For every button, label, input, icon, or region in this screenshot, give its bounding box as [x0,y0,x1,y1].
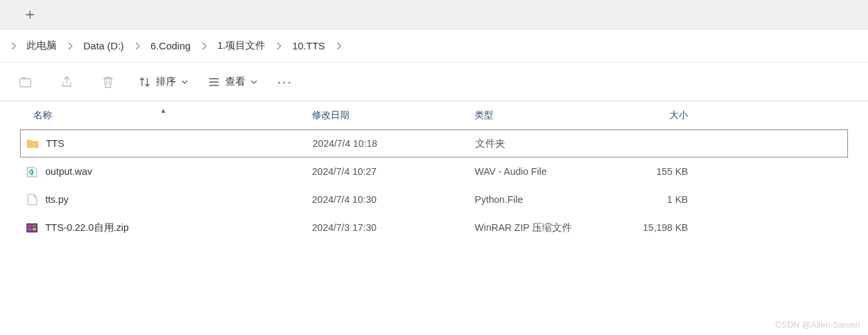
file-size: 155 KB [608,166,695,177]
rename-button[interactable] [15,71,36,93]
column-headers: 名称 ▲ 修改日期 类型 大小 [20,101,848,129]
file-name: output.wav [45,166,92,177]
chevron-right-icon [332,42,345,50]
chevron-right-icon [63,42,77,50]
sort-icon [139,76,151,88]
chevron-right-icon [131,42,144,50]
delete-button[interactable] [97,71,119,93]
file-row[interactable]: tts.py2024/7/4 10:30Python.File1 KB [20,186,848,214]
sort-button[interactable]: 排序 [139,75,188,88]
column-date[interactable]: 修改日期 [312,109,475,121]
breadcrumb-item[interactable]: 10.TTS [285,37,331,55]
view-icon [208,76,220,88]
chevron-right-icon[interactable] [7,42,20,50]
chevron-right-icon [272,42,285,50]
file-name: TTS-0.22.0自用.zip [45,222,129,234]
plus-icon [25,10,35,19]
svg-rect-1 [27,224,37,232]
file-row[interactable]: TTS-0.22.0自用.zip2024/7/3 17:30WinRAR ZIP… [20,214,848,242]
breadcrumb-item[interactable]: 6.Coding [144,37,197,55]
new-tab-button[interactable] [20,5,40,25]
column-type[interactable]: 类型 [475,109,608,121]
column-name[interactable]: 名称 ▲ [20,109,312,121]
file-date: 2024/7/4 10:27 [312,166,475,177]
file-size: 1 KB [608,194,695,205]
breadcrumb-item[interactable]: Data (D:) [77,37,131,55]
breadcrumb: 此电脑 Data (D:) 6.Coding 1.项目文件 10.TTS [0,29,868,63]
svg-rect-3 [33,225,36,227]
svg-rect-5 [33,228,36,230]
file-type: WinRAR ZIP 压缩文件 [475,222,608,234]
file-list: TTS2024/7/4 10:18文件夹output.wav2024/7/4 1… [20,129,848,242]
file-date: 2024/7/4 10:18 [313,138,475,149]
trash-icon [101,75,115,89]
file-icon [25,193,39,206]
watermark: CSDN @Allen-Steven [775,320,860,330]
toolbar: 排序 查看 ··· [0,63,868,101]
view-button[interactable]: 查看 [208,75,257,88]
rename-icon [18,75,33,89]
zip-icon [25,221,39,234]
folder-icon [26,137,39,150]
share-button[interactable] [56,71,77,93]
column-size[interactable]: 大小 [608,109,695,121]
breadcrumb-item[interactable]: 此电脑 [20,36,63,55]
file-type: Python.File [475,194,608,205]
view-label: 查看 [225,75,245,88]
file-type: 文件夹 [475,137,609,150]
file-date: 2024/7/4 10:30 [312,194,475,205]
share-icon [59,75,74,89]
file-name: TTS [46,138,64,149]
file-area: 名称 ▲ 修改日期 类型 大小 TTS2024/7/4 10:18文件夹outp… [0,101,868,242]
svg-rect-4 [28,228,31,230]
file-row[interactable]: output.wav2024/7/4 10:27WAV - Audio File… [20,157,848,186]
svg-rect-2 [28,225,31,227]
chevron-down-icon [181,80,188,84]
breadcrumb-item[interactable]: 1.项目文件 [211,36,273,55]
file-size: 15,198 KB [608,222,695,233]
svg-rect-0 [20,79,31,87]
tabs-bar [0,0,868,29]
sort-indicator-icon: ▲ [160,107,167,114]
sort-label: 排序 [156,75,176,88]
audio-icon [25,165,39,178]
file-date: 2024/7/3 17:30 [312,222,475,233]
file-type: WAV - Audio File [475,166,608,177]
chevron-down-icon [251,80,257,84]
file-row[interactable]: TTS2024/7/4 10:18文件夹 [20,129,848,157]
file-name: tts.py [45,194,69,205]
chevron-right-icon [197,42,211,50]
more-button[interactable]: ··· [277,74,293,89]
